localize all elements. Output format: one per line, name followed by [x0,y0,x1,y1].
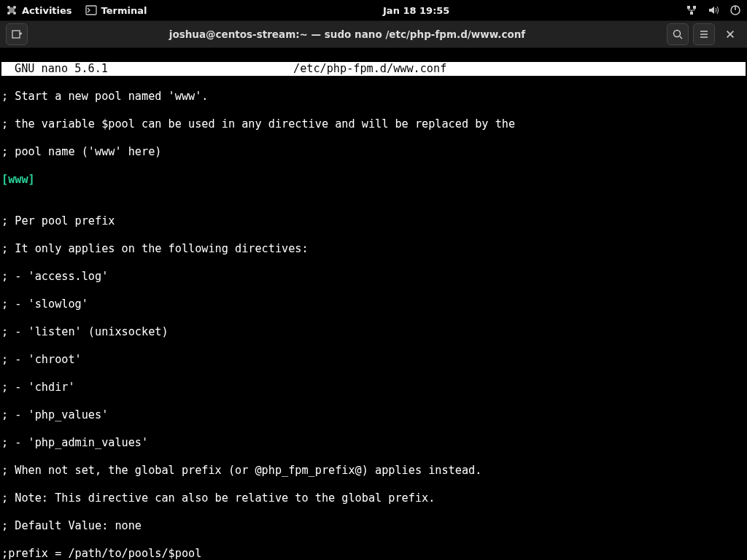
svg-rect-8 [690,12,693,15]
nano-titlebar: GNU nano 5.6.1/etc/php-fpm.d/www.conf [1,62,746,76]
editor-line: ; - 'chdir' [1,381,746,394]
menu-button[interactable] [693,23,715,45]
svg-rect-7 [693,6,696,9]
editor-line: ; Per pool prefix [1,214,746,228]
nano-filepath: /etc/php-fpm.d/www.conf [293,62,446,76]
svg-point-1 [7,6,10,9]
editor-line: ; - 'php_admin_values' [1,436,746,450]
editor-line: ; - 'listen' (unixsocket) [1,325,746,339]
network-icon[interactable] [686,4,697,16]
editor-line: ; When not set, the global prefix (or @p… [1,464,746,478]
editor-line: ; - 'chroot' [1,353,746,367]
close-button[interactable] [719,23,741,45]
svg-rect-5 [86,6,96,15]
svg-rect-11 [12,31,20,38]
new-tab-icon [11,28,23,40]
app-menu-terminal[interactable]: Terminal [85,4,147,16]
svg-point-4 [13,12,16,15]
editor-line: ; Note: This directive can also be relat… [1,491,746,505]
window-titlebar: joshua@centos-stream:~ — sudo nano /etc/… [0,20,747,48]
editor-line: ;prefix = /path/to/pools/$pool [1,547,746,560]
close-icon [725,29,735,39]
editor-line: ; Default Value: none [1,519,746,533]
editor-line-section: [www] [1,173,746,187]
search-button[interactable] [667,23,689,45]
activities-label: Activities [22,5,72,16]
terminal-icon [85,4,97,16]
hamburger-icon [698,28,710,40]
svg-point-3 [7,12,10,15]
svg-rect-6 [687,6,690,9]
editor-line: ; pool name ('www' here) [1,145,746,159]
gnome-topbar: Activities Terminal Jan 18 19:55 [0,0,747,20]
new-tab-button[interactable] [6,23,28,45]
editor-line: ; It only applies on the following direc… [1,242,746,256]
clock[interactable]: Jan 18 19:55 [147,5,686,16]
nano-version: GNU nano 5.6.1 [1,62,293,76]
editor-line: ; - 'php_values' [1,408,746,422]
svg-line-13 [680,36,682,39]
activities-button[interactable]: Activities [6,4,72,16]
svg-point-12 [674,31,681,37]
app-menu-label: Terminal [101,5,147,16]
editor-line: ; the variable $pool can be used in any … [1,117,746,131]
power-icon[interactable] [729,4,741,16]
editor-line: ; - 'access.log' [1,270,746,284]
svg-point-2 [13,6,16,9]
volume-icon[interactable] [708,4,719,16]
search-icon [672,28,684,40]
editor-line: ; - 'slowlog' [1,298,746,311]
editor-line: ; Start a new pool named 'www'. [1,90,746,104]
activities-icon [6,4,18,16]
terminal-viewport[interactable]: GNU nano 5.6.1/etc/php-fpm.d/www.conf ; … [0,48,747,560]
window-title: joshua@centos-stream:~ — sudo nano /etc/… [28,28,667,40]
